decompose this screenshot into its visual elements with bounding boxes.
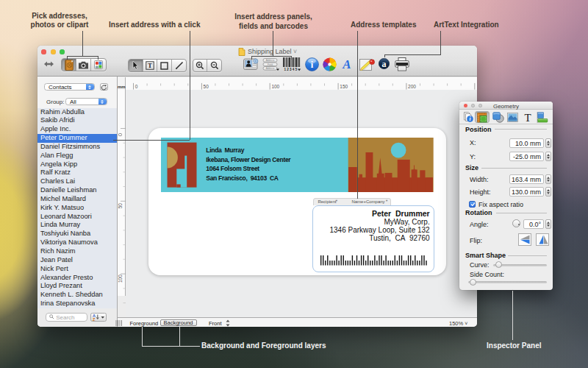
svg-text:100: 100	[118, 275, 123, 283]
svg-text:A: A	[342, 57, 351, 71]
svg-text:Address: Address	[266, 67, 275, 70]
svg-text:100: 100	[271, 84, 279, 89]
svg-text:50: 50	[118, 203, 123, 209]
svg-text:0: 0	[135, 84, 138, 89]
svg-text:50: 50	[204, 84, 209, 89]
svg-text:T: T	[524, 112, 531, 122]
svg-text:150: 150	[340, 84, 348, 89]
svg-text:12345: 12345	[284, 68, 298, 71]
svg-text:200: 200	[408, 84, 416, 89]
svg-text:T: T	[148, 62, 152, 69]
svg-text:a: a	[382, 59, 387, 69]
svg-text:i: i	[311, 60, 314, 70]
svg-text:Field: Field	[268, 63, 273, 66]
svg-text:Address: Address	[266, 59, 275, 62]
